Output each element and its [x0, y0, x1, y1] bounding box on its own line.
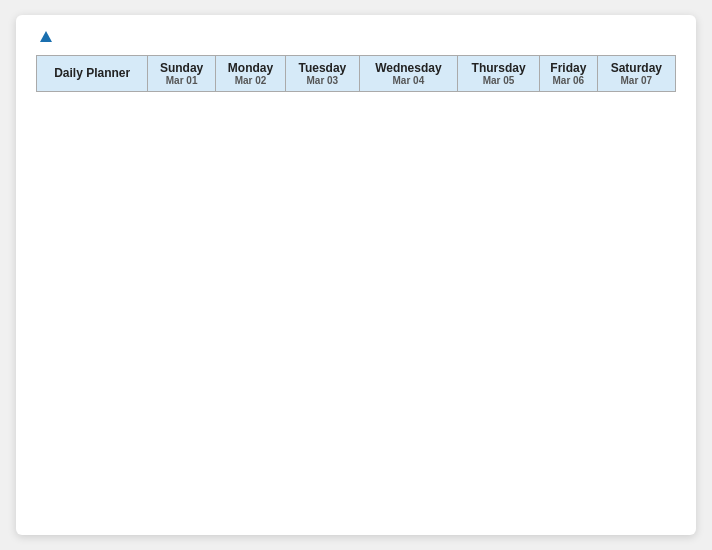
col-date-saturday: Mar 07 — [601, 75, 672, 86]
col-day-friday: Friday — [543, 61, 594, 75]
planner-body — [37, 92, 676, 519]
col-day-tuesday: Tuesday — [289, 61, 356, 75]
page-header — [36, 31, 676, 43]
col-date-thursday: Mar 05 — [461, 75, 536, 86]
header-col-tuesday: TuesdayMar 03 — [286, 56, 360, 92]
logo — [36, 31, 52, 43]
header-row: Daily PlannerSundayMar 01MondayMar 02Tue… — [37, 56, 676, 92]
header-col-sunday: SundayMar 01 — [148, 56, 216, 92]
header-col-friday: FridayMar 06 — [539, 56, 597, 92]
col-day-sunday: Sunday — [151, 61, 212, 75]
col-date-friday: Mar 06 — [543, 75, 594, 86]
col-day-thursday: Thursday — [461, 61, 536, 75]
header-col-saturday: SaturdayMar 07 — [597, 56, 675, 92]
col-date-wednesday: Mar 04 — [363, 75, 455, 86]
header-col-planner: Daily Planner — [37, 56, 148, 92]
header-col-thursday: ThursdayMar 05 — [458, 56, 540, 92]
header-col-wednesday: WednesdayMar 04 — [359, 56, 458, 92]
col-date-monday: Mar 02 — [219, 75, 282, 86]
col-date-sunday: Mar 01 — [151, 75, 212, 86]
col-day-saturday: Saturday — [601, 61, 672, 75]
planner-table: Daily PlannerSundayMar 01MondayMar 02Tue… — [36, 55, 676, 519]
logo-triangle-icon — [40, 31, 52, 42]
col-day-wednesday: Wednesday — [363, 61, 455, 75]
col-date-tuesday: Mar 03 — [289, 75, 356, 86]
logo-area — [36, 31, 52, 43]
header-col-monday: MondayMar 02 — [215, 56, 285, 92]
col-day-monday: Monday — [219, 61, 282, 75]
planner-page: Daily PlannerSundayMar 01MondayMar 02Tue… — [16, 15, 696, 535]
col-day-planner: Daily Planner — [40, 66, 144, 82]
